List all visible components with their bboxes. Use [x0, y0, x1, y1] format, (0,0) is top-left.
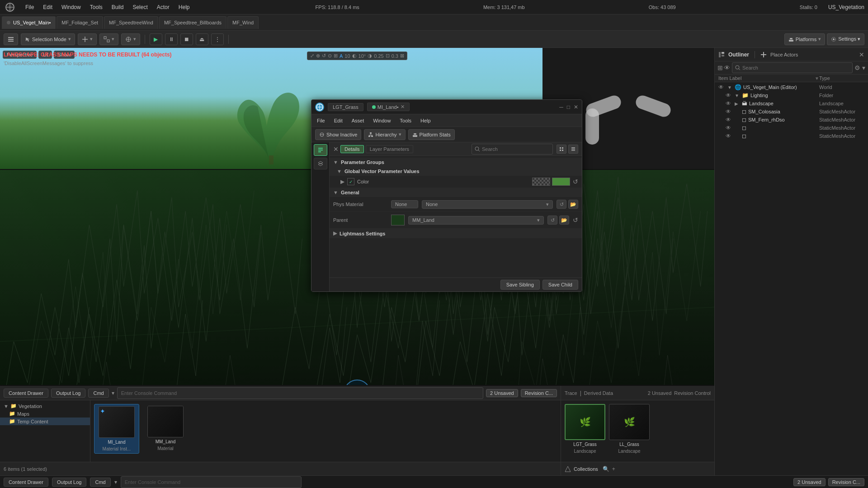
- tab-us-veget-main[interactable]: US_Veget_Main•: [2, 16, 56, 29]
- visibility-icon[interactable]: 👁: [726, 100, 731, 107]
- tree-item-static-1[interactable]: 👁 ◻ StaticMeshActor: [715, 124, 868, 132]
- mat-tab-mi-land[interactable]: MI_Land• ✕: [367, 103, 410, 111]
- selection-mode-btn[interactable]: Selection Mode ▾: [21, 33, 75, 45]
- vp-icon-8[interactable]: ◑: [368, 53, 372, 59]
- maximize-btn[interactable]: □: [567, 104, 570, 110]
- visibility-icon[interactable]: 👁: [726, 117, 731, 123]
- tab-mf-speedtreewind[interactable]: MF_SpeedtreeWind: [104, 16, 158, 29]
- collections-add-icon[interactable]: +: [612, 466, 615, 472]
- coord-btn[interactable]: ▾: [121, 33, 140, 45]
- folder-vegetation[interactable]: ▼ 📁 Vegetation: [0, 402, 90, 410]
- cmd-btn[interactable]: Cmd: [88, 389, 108, 398]
- details-tab[interactable]: Details: [340, 145, 364, 153]
- visibility-icon[interactable]: 👁: [718, 84, 724, 90]
- menu-help[interactable]: Help: [177, 3, 192, 11]
- visibility-icon[interactable]: 👁: [726, 133, 731, 139]
- mat-search-box[interactable]: [472, 144, 553, 155]
- revision-badge[interactable]: Revision C...: [521, 389, 557, 397]
- eye-icon[interactable]: 👁: [724, 64, 730, 71]
- more-btn[interactable]: ⋮: [211, 33, 224, 45]
- settings-btn[interactable]: Settings ▾: [827, 33, 864, 45]
- content-item-mm-land[interactable]: MM_Land Material: [143, 404, 188, 454]
- parent-dropdown[interactable]: MM_Land ▾: [408, 216, 544, 225]
- visibility-icon[interactable]: 👁: [726, 92, 731, 99]
- hierarchy-btn[interactable]: Hierarchy ▾: [364, 129, 405, 140]
- list-view-btn[interactable]: [568, 145, 578, 154]
- tab-mf-wind[interactable]: MF_Wind: [227, 16, 259, 29]
- general-section-header[interactable]: ▼ General: [330, 188, 582, 197]
- derived-data-btn[interactable]: Derived Data: [584, 390, 613, 396]
- transform-btn[interactable]: ▾: [78, 33, 97, 45]
- checker-color-preview[interactable]: [532, 178, 550, 186]
- mat-tab-lgt-grass[interactable]: LGT_Grass: [328, 103, 363, 111]
- save-child-btn[interactable]: Save Child: [542, 280, 578, 290]
- green-color-preview[interactable]: [552, 178, 570, 186]
- vp-icon-5[interactable]: ⊞: [334, 53, 338, 59]
- mat-search-input[interactable]: [482, 146, 550, 152]
- tree-item-colosasia[interactable]: 👁 ◻ SM_Colosasia StaticMeshActor: [715, 108, 868, 116]
- global-vector-header[interactable]: ▼ Global Vector Parameter Values: [330, 167, 582, 176]
- snap-btn[interactable]: ▾: [99, 33, 118, 45]
- place-actors-label[interactable]: Place Actors: [770, 52, 798, 57]
- menu-actor[interactable]: Actor: [155, 3, 171, 11]
- phys-browse-btn[interactable]: 📂: [568, 200, 578, 209]
- bottom-cmd-btn[interactable]: Cmd: [90, 478, 110, 487]
- pause-btn[interactable]: ⏸: [165, 33, 178, 45]
- mat-menu-tools[interactable]: Tools: [398, 117, 413, 124]
- filter-list-icon[interactable]: ▾: [862, 64, 865, 71]
- settings-cog-icon[interactable]: ⚙: [854, 64, 860, 71]
- bottom-unsaved-badge[interactable]: 2 Unsaved: [793, 478, 826, 486]
- mat-layers-tab-icon[interactable]: [314, 158, 327, 169]
- output-log-btn[interactable]: Output Log: [51, 389, 85, 398]
- lightmass-section-header[interactable]: ▶ Lightmass Settings: [330, 229, 582, 238]
- menu-edit[interactable]: Edit: [41, 3, 54, 11]
- unsaved-badge[interactable]: 2 Unsaved: [486, 389, 518, 397]
- vp-icon-7[interactable]: ◐: [352, 53, 357, 59]
- folder-temp-content[interactable]: 📁 Temp Content: [0, 418, 90, 425]
- show-inactive-btn[interactable]: Show Inactive: [315, 129, 361, 140]
- collections-label[interactable]: Collections: [574, 466, 598, 472]
- tree-item-fern[interactable]: 👁 ◻ SM_Fern_rhDso StaticMeshActor: [715, 116, 868, 124]
- menu-build[interactable]: Build: [110, 3, 126, 11]
- menu-window[interactable]: Window: [60, 3, 83, 11]
- vp-icon-4[interactable]: ⊙: [328, 53, 332, 59]
- play-btn[interactable]: ▶: [150, 33, 162, 45]
- bottom-revision-badge[interactable]: Revision C...: [828, 478, 864, 486]
- mat-menu-file[interactable]: File: [315, 117, 327, 124]
- minimize-btn[interactable]: ─: [559, 104, 563, 110]
- cmd-chevron-icon[interactable]: ▾: [114, 479, 117, 485]
- vp-icon-3[interactable]: ↺: [322, 53, 326, 59]
- revision-control-btn[interactable]: Revision Control: [674, 390, 711, 396]
- platforms-btn[interactable]: Platforms ▾: [784, 33, 825, 45]
- tab-mf-speedtree-billboards[interactable]: MF_Speedtree_Billboards: [159, 16, 226, 29]
- menu-tools[interactable]: Tools: [88, 3, 104, 11]
- param-groups-header[interactable]: ▼ Parameter Groups: [330, 158, 582, 167]
- content-drawer-btn[interactable]: Content Drawer: [4, 389, 48, 398]
- grid-view-btn[interactable]: [557, 145, 566, 154]
- vp-icon-2[interactable]: ⊕: [316, 53, 320, 59]
- outliner-search[interactable]: [732, 62, 853, 73]
- details-close-icon[interactable]: ✕: [333, 145, 339, 153]
- asset-lgt-grass[interactable]: 🌿 LGT_Grass Landscape: [565, 404, 605, 454]
- chevron-down-icon[interactable]: ▾: [112, 390, 114, 396]
- phys-reset-btn[interactable]: ↺: [557, 200, 566, 209]
- mat-menu-asset[interactable]: Asset: [350, 117, 366, 124]
- tab-mf-foliage[interactable]: MF_Foliage_Set: [57, 16, 103, 29]
- visibility-icon[interactable]: 👁: [726, 108, 731, 115]
- menu-select[interactable]: Select: [131, 3, 149, 11]
- mat-menu-help[interactable]: Help: [419, 117, 433, 124]
- menu-file[interactable]: File: [24, 3, 36, 11]
- collections-search-icon[interactable]: 🔍: [603, 466, 609, 472]
- vp-icon-6[interactable]: A: [340, 53, 343, 59]
- layer-params-tab[interactable]: Layer Parameters: [366, 145, 413, 153]
- tree-item-world[interactable]: 👁 ▼ 🌐 US_Veget_Main (Editor) World: [715, 83, 868, 91]
- tree-item-static-2[interactable]: 👁 ◻ StaticMeshActor: [715, 132, 868, 140]
- parent-browse-btn[interactable]: 📂: [559, 216, 569, 225]
- unsaved-badge-2[interactable]: 2 Unsaved: [648, 390, 672, 396]
- outliner-close-btn[interactable]: ✕: [859, 51, 864, 58]
- console-input[interactable]: Enter Console Command: [117, 387, 483, 399]
- trace-btn[interactable]: Trace: [565, 390, 577, 396]
- parent-reset-btn[interactable]: ↺: [547, 216, 557, 225]
- mat-menu-edit[interactable]: Edit: [332, 117, 344, 124]
- outliner-search-input[interactable]: [742, 65, 849, 70]
